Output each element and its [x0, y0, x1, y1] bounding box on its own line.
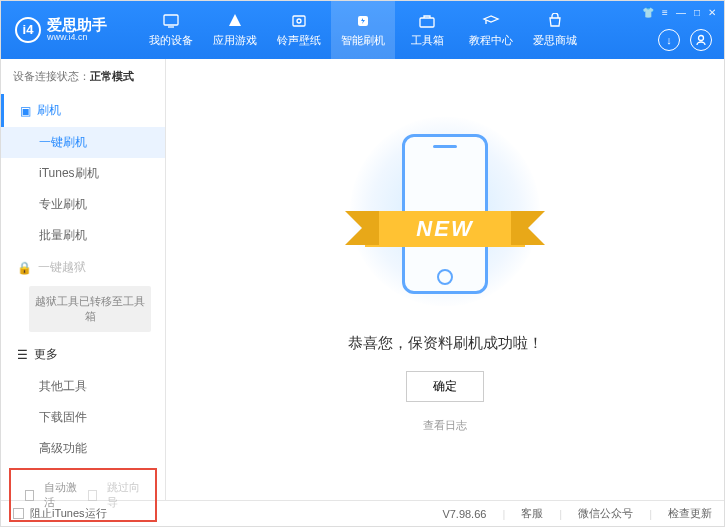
nav-shop[interactable]: 爱思商城 — [523, 1, 587, 59]
sidebar-item-pro[interactable]: 专业刷机 — [1, 189, 165, 220]
app-url: www.i4.cn — [47, 33, 107, 43]
sidebar-item-oneclick[interactable]: 一键刷机 — [1, 127, 165, 158]
sidebar-item-itunes[interactable]: iTunes刷机 — [1, 158, 165, 189]
sidebar-item-advanced[interactable]: 高级功能 — [1, 433, 165, 464]
version-label: V7.98.66 — [442, 508, 486, 520]
new-ribbon: NEW — [365, 211, 525, 247]
app-header: i4 爱思助手 www.i4.cn 我的设备 应用游戏 铃声壁纸 智能刷机 工具… — [1, 1, 724, 59]
toolbox-icon — [417, 12, 437, 30]
svg-rect-5 — [420, 18, 434, 27]
svg-point-6 — [699, 36, 704, 41]
sidebar-item-firmware[interactable]: 下载固件 — [1, 402, 165, 433]
success-illustration: NEW — [370, 126, 520, 316]
sidebar: 设备连接状态：正常模式 ▣ 刷机 一键刷机 iTunes刷机 专业刷机 批量刷机… — [1, 59, 166, 500]
skip-wizard-checkbox[interactable] — [88, 490, 97, 501]
auto-activate-checkbox[interactable] — [25, 490, 34, 501]
footer-link-update[interactable]: 检查更新 — [668, 506, 712, 521]
tutorial-icon — [481, 12, 501, 30]
view-log-link[interactable]: 查看日志 — [423, 418, 467, 433]
user-button[interactable] — [690, 29, 712, 51]
footer-link-wechat[interactable]: 微信公众号 — [578, 506, 633, 521]
nav-my-device[interactable]: 我的设备 — [139, 1, 203, 59]
main-content: NEW 恭喜您，保资料刷机成功啦！ 确定 查看日志 — [166, 59, 724, 500]
nav-apps[interactable]: 应用游戏 — [203, 1, 267, 59]
flash-section-icon: ▣ — [20, 104, 31, 118]
jailbreak-note: 越狱工具已转移至工具箱 — [29, 286, 151, 332]
ok-button[interactable]: 确定 — [406, 371, 484, 402]
ringtone-icon — [289, 12, 309, 30]
device-icon — [161, 12, 181, 30]
app-title: 爱思助手 — [47, 17, 107, 34]
success-message: 恭喜您，保资料刷机成功啦！ — [348, 334, 543, 353]
window-controls: 👕 ≡ — □ ✕ — [642, 7, 716, 18]
close-icon[interactable]: ✕ — [708, 7, 716, 18]
minimize-icon[interactable]: — — [676, 7, 686, 18]
footer-link-support[interactable]: 客服 — [521, 506, 543, 521]
download-button[interactable]: ↓ — [658, 29, 680, 51]
nav-toolbox[interactable]: 工具箱 — [395, 1, 459, 59]
more-section-icon: ☰ — [17, 348, 28, 362]
nav-tutorial[interactable]: 教程中心 — [459, 1, 523, 59]
svg-rect-2 — [293, 16, 305, 26]
flash-icon — [353, 12, 373, 30]
block-itunes-checkbox[interactable] — [13, 508, 24, 519]
nav-flash[interactable]: 智能刷机 — [331, 1, 395, 59]
shop-icon — [545, 12, 565, 30]
svg-rect-0 — [164, 15, 178, 25]
top-nav: 我的设备 应用游戏 铃声壁纸 智能刷机 工具箱 教程中心 爱思商城 — [139, 1, 587, 59]
nav-ringtone[interactable]: 铃声壁纸 — [267, 1, 331, 59]
block-itunes-label: 阻止iTunes运行 — [30, 506, 107, 521]
maximize-icon[interactable]: □ — [694, 7, 700, 18]
sidebar-section-more[interactable]: ☰ 更多 — [1, 338, 165, 371]
sidebar-item-other[interactable]: 其他工具 — [1, 371, 165, 402]
sidebar-section-flash[interactable]: ▣ 刷机 — [1, 94, 165, 127]
apps-icon — [225, 12, 245, 30]
sidebar-section-jailbreak: 🔒 一键越狱 — [1, 251, 165, 284]
logo-area: i4 爱思助手 www.i4.cn — [1, 17, 121, 43]
logo-icon: i4 — [15, 17, 41, 43]
lock-icon: 🔒 — [17, 261, 32, 275]
menu-icon[interactable]: ≡ — [662, 7, 668, 18]
connection-status: 设备连接状态：正常模式 — [1, 59, 165, 94]
sidebar-item-batch[interactable]: 批量刷机 — [1, 220, 165, 251]
skin-icon[interactable]: 👕 — [642, 7, 654, 18]
svg-point-3 — [297, 19, 301, 23]
